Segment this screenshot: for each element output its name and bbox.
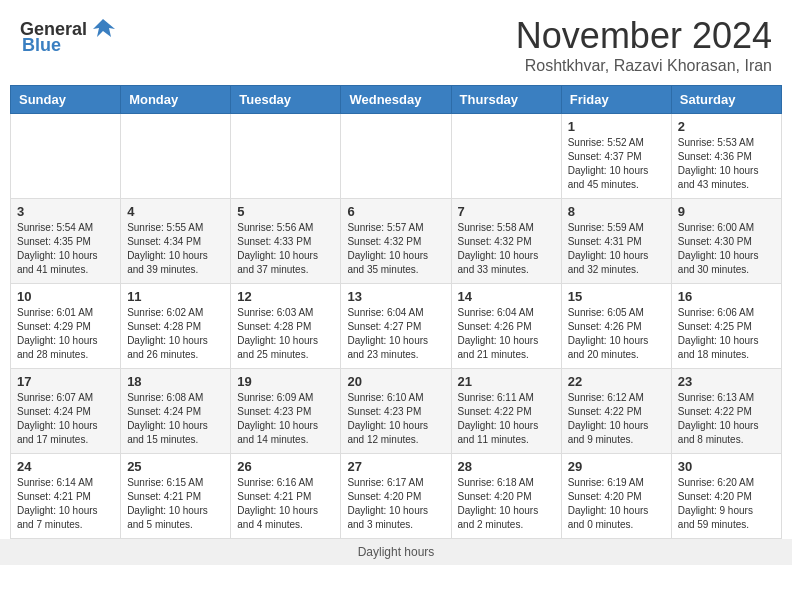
day-info: Sunrise: 6:09 AM Sunset: 4:23 PM Dayligh… (237, 391, 334, 447)
day-info: Sunrise: 5:52 AM Sunset: 4:37 PM Dayligh… (568, 136, 665, 192)
day-number: 21 (458, 374, 555, 389)
day-info: Sunrise: 5:55 AM Sunset: 4:34 PM Dayligh… (127, 221, 224, 277)
day-number: 7 (458, 204, 555, 219)
day-number: 9 (678, 204, 775, 219)
day-info: Sunrise: 5:53 AM Sunset: 4:36 PM Dayligh… (678, 136, 775, 192)
header-sunday: Sunday (11, 86, 121, 114)
daylight-label: Daylight hours (358, 545, 435, 559)
calendar-day (231, 114, 341, 199)
day-number: 8 (568, 204, 665, 219)
calendar-day: 16Sunrise: 6:06 AM Sunset: 4:25 PM Dayli… (671, 284, 781, 369)
day-info: Sunrise: 6:02 AM Sunset: 4:28 PM Dayligh… (127, 306, 224, 362)
calendar-day: 7Sunrise: 5:58 AM Sunset: 4:32 PM Daylig… (451, 199, 561, 284)
day-info: Sunrise: 6:16 AM Sunset: 4:21 PM Dayligh… (237, 476, 334, 532)
calendar-day: 1Sunrise: 5:52 AM Sunset: 4:37 PM Daylig… (561, 114, 671, 199)
day-number: 3 (17, 204, 114, 219)
day-number: 6 (347, 204, 444, 219)
calendar-day: 2Sunrise: 5:53 AM Sunset: 4:36 PM Daylig… (671, 114, 781, 199)
day-info: Sunrise: 6:13 AM Sunset: 4:22 PM Dayligh… (678, 391, 775, 447)
header-tuesday: Tuesday (231, 86, 341, 114)
day-number: 12 (237, 289, 334, 304)
day-info: Sunrise: 6:08 AM Sunset: 4:24 PM Dayligh… (127, 391, 224, 447)
calendar-day: 30Sunrise: 6:20 AM Sunset: 4:20 PM Dayli… (671, 454, 781, 539)
header-friday: Friday (561, 86, 671, 114)
header: General Blue November 2024 Roshtkhvar, R… (0, 0, 792, 85)
calendar-day: 25Sunrise: 6:15 AM Sunset: 4:21 PM Dayli… (121, 454, 231, 539)
calendar-day: 29Sunrise: 6:19 AM Sunset: 4:20 PM Dayli… (561, 454, 671, 539)
calendar-day: 11Sunrise: 6:02 AM Sunset: 4:28 PM Dayli… (121, 284, 231, 369)
calendar-day: 6Sunrise: 5:57 AM Sunset: 4:32 PM Daylig… (341, 199, 451, 284)
header-wednesday: Wednesday (341, 86, 451, 114)
day-number: 13 (347, 289, 444, 304)
calendar-day: 4Sunrise: 5:55 AM Sunset: 4:34 PM Daylig… (121, 199, 231, 284)
day-info: Sunrise: 6:03 AM Sunset: 4:28 PM Dayligh… (237, 306, 334, 362)
day-number: 11 (127, 289, 224, 304)
day-number: 2 (678, 119, 775, 134)
day-info: Sunrise: 6:04 AM Sunset: 4:27 PM Dayligh… (347, 306, 444, 362)
day-info: Sunrise: 6:11 AM Sunset: 4:22 PM Dayligh… (458, 391, 555, 447)
calendar-week-3: 10Sunrise: 6:01 AM Sunset: 4:29 PM Dayli… (11, 284, 782, 369)
day-info: Sunrise: 6:14 AM Sunset: 4:21 PM Dayligh… (17, 476, 114, 532)
calendar-day: 21Sunrise: 6:11 AM Sunset: 4:22 PM Dayli… (451, 369, 561, 454)
day-info: Sunrise: 6:15 AM Sunset: 4:21 PM Dayligh… (127, 476, 224, 532)
calendar-day: 12Sunrise: 6:03 AM Sunset: 4:28 PM Dayli… (231, 284, 341, 369)
header-thursday: Thursday (451, 86, 561, 114)
day-number: 16 (678, 289, 775, 304)
calendar-day: 15Sunrise: 6:05 AM Sunset: 4:26 PM Dayli… (561, 284, 671, 369)
day-number: 26 (237, 459, 334, 474)
day-info: Sunrise: 6:20 AM Sunset: 4:20 PM Dayligh… (678, 476, 775, 532)
calendar-week-4: 17Sunrise: 6:07 AM Sunset: 4:24 PM Dayli… (11, 369, 782, 454)
day-number: 23 (678, 374, 775, 389)
day-number: 10 (17, 289, 114, 304)
calendar-day (341, 114, 451, 199)
logo-bird-icon (89, 15, 117, 43)
day-info: Sunrise: 6:01 AM Sunset: 4:29 PM Dayligh… (17, 306, 114, 362)
calendar-wrapper: Sunday Monday Tuesday Wednesday Thursday… (0, 85, 792, 539)
day-info: Sunrise: 6:05 AM Sunset: 4:26 PM Dayligh… (568, 306, 665, 362)
day-info: Sunrise: 6:10 AM Sunset: 4:23 PM Dayligh… (347, 391, 444, 447)
day-info: Sunrise: 6:17 AM Sunset: 4:20 PM Dayligh… (347, 476, 444, 532)
calendar-week-5: 24Sunrise: 6:14 AM Sunset: 4:21 PM Dayli… (11, 454, 782, 539)
day-info: Sunrise: 6:04 AM Sunset: 4:26 PM Dayligh… (458, 306, 555, 362)
day-number: 30 (678, 459, 775, 474)
calendar-day (11, 114, 121, 199)
day-number: 5 (237, 204, 334, 219)
calendar-day: 17Sunrise: 6:07 AM Sunset: 4:24 PM Dayli… (11, 369, 121, 454)
logo: General Blue (20, 15, 117, 56)
calendar-day (121, 114, 231, 199)
page-container: General Blue November 2024 Roshtkhvar, R… (0, 0, 792, 565)
day-info: Sunrise: 6:06 AM Sunset: 4:25 PM Dayligh… (678, 306, 775, 362)
calendar-day (451, 114, 561, 199)
calendar-day: 9Sunrise: 6:00 AM Sunset: 4:30 PM Daylig… (671, 199, 781, 284)
day-info: Sunrise: 6:18 AM Sunset: 4:20 PM Dayligh… (458, 476, 555, 532)
calendar-header-row: Sunday Monday Tuesday Wednesday Thursday… (11, 86, 782, 114)
calendar-week-1: 1Sunrise: 5:52 AM Sunset: 4:37 PM Daylig… (11, 114, 782, 199)
day-number: 20 (347, 374, 444, 389)
day-number: 22 (568, 374, 665, 389)
calendar-day: 10Sunrise: 6:01 AM Sunset: 4:29 PM Dayli… (11, 284, 121, 369)
day-number: 24 (17, 459, 114, 474)
day-number: 25 (127, 459, 224, 474)
day-info: Sunrise: 5:56 AM Sunset: 4:33 PM Dayligh… (237, 221, 334, 277)
day-number: 29 (568, 459, 665, 474)
calendar-day: 27Sunrise: 6:17 AM Sunset: 4:20 PM Dayli… (341, 454, 451, 539)
day-number: 4 (127, 204, 224, 219)
day-info: Sunrise: 6:07 AM Sunset: 4:24 PM Dayligh… (17, 391, 114, 447)
calendar-day: 28Sunrise: 6:18 AM Sunset: 4:20 PM Dayli… (451, 454, 561, 539)
day-number: 27 (347, 459, 444, 474)
day-info: Sunrise: 6:19 AM Sunset: 4:20 PM Dayligh… (568, 476, 665, 532)
calendar-day: 8Sunrise: 5:59 AM Sunset: 4:31 PM Daylig… (561, 199, 671, 284)
calendar-day: 3Sunrise: 5:54 AM Sunset: 4:35 PM Daylig… (11, 199, 121, 284)
day-number: 1 (568, 119, 665, 134)
day-info: Sunrise: 5:54 AM Sunset: 4:35 PM Dayligh… (17, 221, 114, 277)
location-subtitle: Roshtkhvar, Razavi Khorasan, Iran (516, 57, 772, 75)
header-saturday: Saturday (671, 86, 781, 114)
calendar-day: 14Sunrise: 6:04 AM Sunset: 4:26 PM Dayli… (451, 284, 561, 369)
svg-marker-0 (93, 19, 115, 37)
logo-text-blue: Blue (22, 35, 61, 56)
calendar-day: 26Sunrise: 6:16 AM Sunset: 4:21 PM Dayli… (231, 454, 341, 539)
header-monday: Monday (121, 86, 231, 114)
day-number: 19 (237, 374, 334, 389)
calendar-day: 19Sunrise: 6:09 AM Sunset: 4:23 PM Dayli… (231, 369, 341, 454)
day-info: Sunrise: 6:00 AM Sunset: 4:30 PM Dayligh… (678, 221, 775, 277)
